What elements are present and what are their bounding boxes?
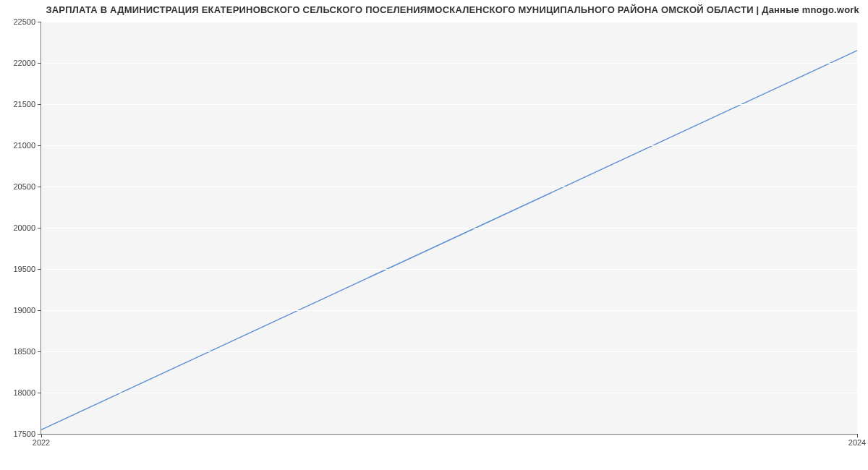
y-tick (38, 187, 41, 187)
y-axis-label: 17500 (13, 430, 35, 438)
grid-line (41, 63, 857, 64)
x-axis-label: 2024 (848, 438, 866, 447)
y-tick (38, 63, 41, 64)
y-axis-label: 21000 (13, 141, 35, 150)
y-axis-label: 20000 (13, 223, 35, 232)
grid-line (41, 393, 857, 393)
y-tick (38, 228, 41, 228)
y-tick (38, 351, 41, 352)
y-axis-label: 20500 (13, 182, 35, 191)
grid-line (41, 228, 857, 228)
x-axis-label: 2022 (33, 438, 50, 447)
y-axis-label: 21500 (13, 100, 35, 108)
chart-container: ЗАРПЛАТА В АДМИНИСТРАЦИЯ ЕКАТЕРИНОВСКОГО… (0, 0, 868, 470)
x-tick (41, 434, 42, 437)
y-tick (38, 22, 41, 22)
plot-area: 1750018000185001900019500200002050021000… (41, 22, 857, 435)
grid-line (41, 351, 857, 352)
y-axis-label: 22500 (13, 17, 35, 26)
x-tick (857, 434, 858, 437)
y-tick (38, 145, 41, 146)
y-tick (38, 310, 41, 311)
grid-line (41, 145, 857, 146)
y-axis-label: 18500 (13, 347, 35, 356)
y-axis-label: 22000 (13, 59, 35, 67)
y-tick (38, 393, 41, 393)
grid-line (41, 187, 857, 187)
grid-line (41, 269, 857, 270)
grid-line (41, 104, 857, 105)
y-axis-label: 18000 (13, 388, 35, 397)
y-tick (38, 269, 41, 270)
y-axis-label: 19500 (13, 265, 35, 273)
chart-title: ЗАРПЛАТА В АДМИНИСТРАЦИЯ ЕКАТЕРИНОВСКОГО… (46, 4, 859, 15)
salary-line (41, 51, 857, 430)
grid-line (41, 310, 857, 311)
grid-line (41, 22, 857, 22)
y-axis-label: 19000 (13, 306, 35, 315)
y-tick (38, 104, 41, 105)
